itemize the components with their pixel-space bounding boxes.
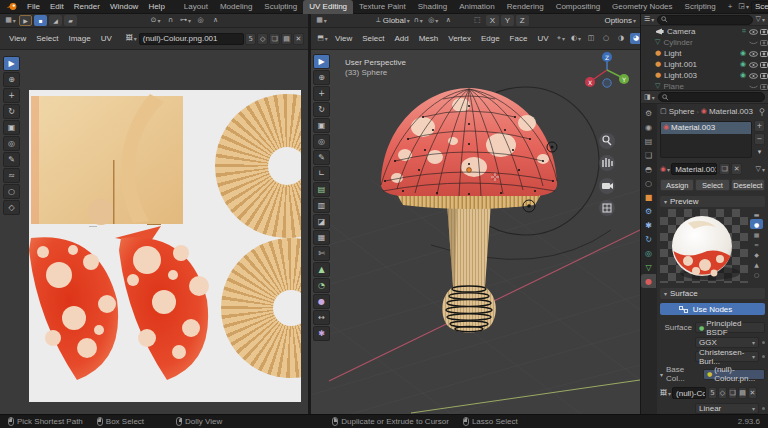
tab-rendering[interactable]: Rendering: [501, 0, 550, 14]
outliner-filter-icon[interactable]: ▽: [756, 16, 761, 23]
image-browse-icon[interactable]: 🖽: [660, 390, 667, 397]
vp-xray-toggle[interactable]: ◫: [585, 33, 598, 44]
vp-tool-spin[interactable]: ◔: [313, 278, 330, 293]
properties-editor-type-icon[interactable]: ◨: [644, 94, 651, 101]
deselect-button[interactable]: Deselect: [731, 179, 765, 191]
vp-menu-view[interactable]: View: [330, 32, 357, 45]
distribution-dropdown[interactable]: GGX▾: [695, 337, 759, 348]
image-unlink-button[interactable]: ✕: [748, 387, 757, 399]
vp-orientation-dropdown[interactable]: ⟂Global▾: [376, 15, 410, 26]
vp-tool-smooth[interactable]: ●: [313, 294, 330, 309]
remove-slot-button[interactable]: −: [754, 133, 765, 145]
interpolation-dropdown[interactable]: Linear▾: [695, 403, 759, 414]
eye-closed-icon[interactable]: [749, 84, 758, 90]
uv-proportional-edit-icon[interactable]: ◎: [194, 15, 207, 26]
vp-shading-wireframe[interactable]: ○: [600, 33, 613, 44]
slot-specials-dropdown[interactable]: ▾: [754, 146, 765, 158]
tab-tool-properties[interactable]: ⚙: [641, 106, 656, 120]
uv-image-unlink-button[interactable]: ✕: [293, 33, 304, 45]
surface-shader-button[interactable]: ●Principled BSDF: [695, 322, 765, 333]
tab-shading[interactable]: Shading: [412, 0, 453, 14]
render-visibility-icon[interactable]: [760, 28, 768, 35]
assign-button[interactable]: Assign: [660, 179, 694, 191]
vp-canvas[interactable]: Z X Y User Perspective (33) Sphere ▶ ⊕: [311, 50, 640, 414]
uv-menu-image[interactable]: Image: [63, 32, 95, 45]
vp-overlays-toggle[interactable]: ◐▾: [570, 33, 583, 44]
base-color-value-button[interactable]: ●(null)-Colour.pn...: [703, 369, 765, 380]
uv-image-fake-user-button[interactable]: ◇: [257, 33, 268, 45]
uv-select-vertex-button[interactable]: ▪: [34, 15, 47, 26]
vp-snap-magnet-icon[interactable]: ∩▾: [412, 15, 425, 26]
render-visibility-icon[interactable]: [760, 39, 768, 46]
uv-menu-view[interactable]: View: [4, 32, 31, 45]
uv-menu-uv[interactable]: UV: [96, 32, 117, 45]
outliner-item-light-001[interactable]: ● Light.001 ◉: [641, 59, 768, 70]
vp-tool-poly-build[interactable]: ▲: [313, 262, 330, 277]
uv-canvas[interactable]: ▶ ⊕ + ↻ ▣ ◎ ✎ ≈ ○ ◇: [0, 50, 308, 414]
tab-animation[interactable]: Animation: [453, 0, 501, 14]
vp-menu-uv[interactable]: UV: [532, 32, 553, 45]
mushroom-bulb[interactable]: [442, 287, 496, 333]
tab-uv-editing[interactable]: UV Editing: [303, 0, 353, 14]
menu-file[interactable]: File: [22, 0, 45, 13]
vp-menu-vertex[interactable]: Vertex: [443, 32, 476, 45]
tab-texture-paint[interactable]: Texture Paint: [353, 0, 412, 14]
tab-compositing[interactable]: Compositing: [550, 0, 606, 14]
uv-image-name-field[interactable]: (null)-Colour.png.001: [139, 33, 244, 45]
uv-snap-magnet-icon[interactable]: ∩: [164, 15, 177, 26]
nav-gizmo[interactable]: Z X Y: [585, 52, 629, 87]
vp-shading-solid[interactable]: ◑: [615, 33, 628, 44]
image-copy-button[interactable]: ❏: [728, 387, 737, 399]
tab-view-layer-properties[interactable]: ❏: [641, 148, 656, 162]
vp-tool-transform[interactable]: ◎: [313, 134, 330, 149]
uv-tweak-mode-button[interactable]: ▶: [19, 15, 32, 26]
vp-menu-select[interactable]: Select: [357, 32, 389, 45]
uv-editor-type-icon[interactable]: ▦▾: [4, 15, 17, 26]
animate-dot[interactable]: [762, 355, 765, 358]
breadcrumb-material[interactable]: Material.003: [709, 107, 753, 116]
vp-menu-edge[interactable]: Edge: [476, 32, 505, 45]
vp-tool-inset[interactable]: ▥: [313, 198, 330, 213]
material-browse-icon[interactable]: ◉: [660, 166, 666, 173]
subsurface-method-dropdown[interactable]: Christensen-Burl...▾: [695, 351, 759, 362]
vp-falloff-curve-icon[interactable]: ∧: [442, 15, 455, 26]
uv-tool-transform[interactable]: ◎: [3, 136, 20, 151]
uv-tool-pinch[interactable]: ◇: [3, 200, 20, 215]
preview-cube-button[interactable]: ▦: [750, 229, 763, 239]
outliner-item-light[interactable]: ● Light ◉: [641, 48, 768, 59]
vp-tool-measure[interactable]: ∟: [313, 166, 330, 181]
vp-tool-rotate[interactable]: ↻: [313, 102, 330, 117]
vp-mode-icon[interactable]: ▦▾: [315, 15, 328, 26]
render-visibility-icon[interactable]: [760, 61, 768, 68]
eye-open-icon[interactable]: [749, 29, 758, 35]
tab-particle-properties[interactable]: ✱: [641, 218, 656, 232]
preview-flat-button[interactable]: ▬: [750, 209, 763, 219]
vp-tool-move[interactable]: +: [313, 86, 330, 101]
menu-edit[interactable]: Edit: [45, 0, 69, 13]
uv-select-edge-button[interactable]: ◢: [49, 15, 62, 26]
tab-render-properties[interactable]: ◉: [641, 120, 656, 134]
eye-open-icon[interactable]: [749, 73, 758, 79]
uv-menu-select[interactable]: Select: [31, 32, 63, 45]
vp-gizmos-toggle[interactable]: ⌖▾: [555, 33, 568, 44]
vp-tool-annotate[interactable]: ✎: [313, 150, 330, 165]
material-name-field[interactable]: Material.003: [671, 163, 717, 175]
vp-tool-scale[interactable]: ▣: [313, 118, 330, 133]
outliner-search-input[interactable]: [657, 15, 752, 25]
properties-search-input[interactable]: [658, 92, 765, 102]
animate-dot[interactable]: [762, 407, 765, 410]
uv-tool-grab[interactable]: ≈: [3, 168, 20, 183]
material-copy-button[interactable]: ❏: [719, 163, 730, 175]
menu-render[interactable]: Render: [69, 0, 105, 13]
material-unlink-button[interactable]: ✕: [731, 163, 742, 175]
tab-modifier-properties[interactable]: ⚙: [641, 204, 656, 218]
outliner-display-mode-icon[interactable]: ☰: [644, 16, 650, 23]
image-pack-button[interactable]: ▤: [738, 387, 747, 399]
surface-section-header[interactable]: ▾Surface: [660, 288, 765, 299]
uv-tool-annotate[interactable]: ✎: [3, 152, 20, 167]
add-slot-button[interactable]: +: [754, 120, 765, 132]
vp-tool-shrink-fatten[interactable]: ✱: [313, 326, 330, 341]
vp-editor-type-icon[interactable]: ⬒▾: [316, 33, 329, 44]
uv-tool-relax[interactable]: ○: [3, 184, 20, 199]
preview-cloth-button[interactable]: ▲: [750, 259, 763, 269]
